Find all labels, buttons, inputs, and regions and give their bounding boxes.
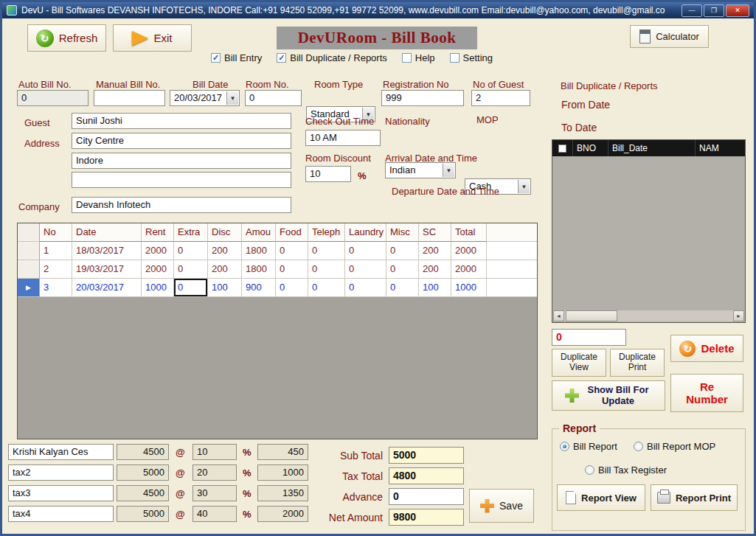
grid-cell[interactable]: 0 (308, 242, 345, 260)
radio-bill-report[interactable]: Bill Report (560, 441, 617, 452)
grid-cell[interactable]: 200 (208, 242, 242, 260)
refresh-button[interactable]: ↻ Refresh (27, 24, 106, 52)
show-bill-for-update-button[interactable]: Show Bill For Update (552, 380, 665, 411)
tax-total-field[interactable]: 4800 (389, 467, 464, 484)
row-selector[interactable] (18, 260, 40, 279)
nav-checkbox-bill-entry[interactable]: ✓Bill Entry (211, 52, 262, 63)
grid-cell[interactable]: 0 (308, 279, 345, 297)
address-field-3[interactable] (72, 172, 291, 188)
grid-cell[interactable]: 0 (276, 242, 308, 260)
grid-cell[interactable]: 1000 (451, 279, 487, 297)
checkout-time-field[interactable]: 10 AM (305, 130, 381, 146)
grid-cell[interactable]: 1000 (142, 279, 174, 297)
grid-cell[interactable]: 0 (276, 260, 308, 279)
grid-cell[interactable]: 0 (174, 242, 208, 260)
tax-rate-field[interactable]: 10 (193, 444, 237, 460)
advance-field[interactable]: 0 (389, 488, 464, 505)
column-header[interactable]: Date (72, 223, 142, 242)
column-header[interactable]: Extra (174, 223, 208, 242)
radio-icon[interactable] (634, 442, 643, 451)
table-row[interactable]: 118/03/201720000200180000002002000 (18, 242, 537, 260)
registration-no-field[interactable]: 999 (381, 90, 464, 106)
address-field-1[interactable]: City Centre (72, 133, 291, 149)
column-bill-date[interactable]: Bill_Date (608, 140, 696, 156)
select-all-checkbox[interactable] (558, 145, 566, 153)
grid-cell[interactable]: 0 (345, 260, 386, 279)
select-all-cell[interactable] (552, 140, 573, 156)
grid-cell[interactable]: 1 (40, 242, 72, 260)
grid-cell[interactable]: 0 (308, 260, 345, 279)
room-no-field[interactable]: 0 (245, 90, 302, 106)
column-header[interactable]: SC (419, 223, 451, 242)
report-view-button[interactable]: Report View (557, 484, 645, 511)
tax-name-field[interactable]: tax3 (8, 485, 114, 501)
net-amount-field[interactable]: 9800 (389, 509, 464, 526)
grid-cell[interactable]: 0 (386, 242, 419, 260)
nav-checkbox-help[interactable]: ✓Help (402, 52, 435, 63)
no-of-guest-field[interactable]: 2 (471, 90, 530, 106)
grid-cell[interactable]: 200 (419, 260, 451, 279)
tax-name-field[interactable]: tax2 (8, 464, 114, 481)
tax-rate-field[interactable]: 20 (193, 464, 237, 481)
save-button[interactable]: Save (469, 489, 534, 523)
chevron-down-icon[interactable]: ▼ (226, 91, 238, 105)
grid-cell[interactable]: 0 (345, 279, 386, 297)
grid-cell[interactable]: 0 (174, 260, 208, 279)
chevron-down-icon[interactable]: ▼ (443, 164, 454, 177)
chevron-down-icon[interactable]: ▼ (518, 180, 530, 193)
column-header[interactable]: Disc (208, 223, 242, 242)
grid-cell[interactable]: 100 (208, 279, 242, 297)
grid-cell[interactable]: 0 (174, 279, 208, 297)
radio-icon[interactable] (585, 465, 594, 475)
grid-cell[interactable]: 2000 (142, 242, 174, 260)
grid-cell[interactable]: 100 (419, 279, 451, 297)
tax-amount-field[interactable]: 450 (257, 444, 308, 460)
table-row[interactable]: ▶320/03/20171000010090000001001000 (18, 279, 537, 297)
column-header[interactable]: Total (451, 223, 487, 242)
grid-cell[interactable]: 2000 (142, 260, 174, 279)
tax-name-field[interactable]: Krishi Kalyan Ces (8, 444, 114, 460)
tax-amount-field[interactable]: 1350 (257, 485, 308, 501)
tax-base-field[interactable]: 4500 (117, 444, 169, 460)
grid-cell[interactable]: 0 (345, 242, 386, 260)
grid-cell[interactable]: 20/03/2017 (72, 279, 142, 297)
maximize-button[interactable]: ❐ (704, 4, 724, 17)
column-header[interactable]: Teleph (308, 223, 345, 242)
guest-field[interactable]: Sunil Joshi (72, 113, 291, 129)
column-header[interactable]: Food (276, 223, 308, 242)
column-bno[interactable]: BNO (573, 140, 608, 156)
grid-cell[interactable]: 200 (419, 242, 451, 260)
grid-cell[interactable]: 3 (40, 279, 72, 297)
address-field-2[interactable]: Indore (72, 153, 291, 169)
column-header[interactable]: Misc (386, 223, 419, 242)
manual-bill-no-field[interactable] (94, 90, 165, 106)
nationality-combo[interactable]: Indian▼ (385, 162, 456, 178)
grid-cell[interactable]: 0 (276, 279, 308, 297)
renumber-button[interactable]: Re Number (670, 374, 743, 412)
company-field[interactable]: Devansh Infotech (72, 197, 291, 213)
scroll-right-icon[interactable]: ► (733, 310, 744, 321)
calculator-button[interactable]: Calculator (630, 25, 709, 48)
minimize-button[interactable]: — (682, 4, 702, 17)
tax-amount-field[interactable]: 1000 (257, 464, 308, 481)
grid-cell[interactable]: 2 (40, 260, 72, 279)
grid-cell[interactable]: 2000 (451, 242, 487, 260)
checkbox-icon[interactable]: ✓ (402, 53, 412, 63)
checkbox-icon[interactable]: ✓ (277, 53, 286, 63)
grid-cell[interactable]: 2000 (451, 260, 487, 279)
grid-cell[interactable]: 0 (386, 279, 419, 297)
exit-button[interactable]: Exit (113, 24, 192, 52)
grid-cell[interactable]: 1800 (242, 260, 276, 279)
tax-base-field[interactable]: 5000 (117, 506, 169, 522)
checkbox-icon[interactable]: ✓ (450, 53, 460, 63)
sub-total-field[interactable]: 5000 (389, 447, 464, 464)
room-discount-field[interactable]: 10 (305, 166, 351, 182)
tax-rate-field[interactable]: 30 (193, 485, 237, 501)
grid-cell[interactable]: 19/03/2017 (72, 260, 142, 279)
grid-cell[interactable]: 200 (208, 260, 242, 279)
nav-checkbox-bill-duplicate-reports[interactable]: ✓Bill Duplicate / Reports (277, 52, 387, 63)
column-header[interactable]: Laundry (345, 223, 386, 242)
tax-base-field[interactable]: 5000 (117, 464, 169, 481)
tax-base-field[interactable]: 4500 (117, 485, 169, 501)
duplicate-view-button[interactable]: Duplicate View (552, 349, 606, 377)
